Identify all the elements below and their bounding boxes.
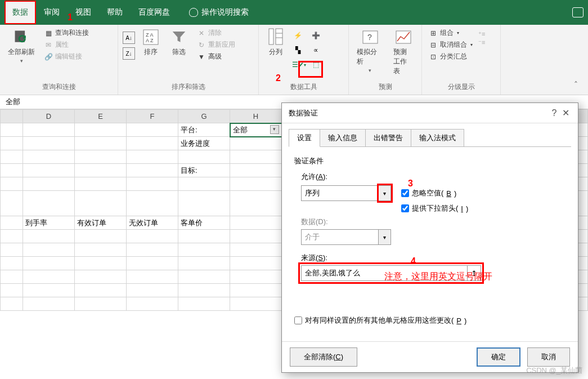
dropdown-arrow-icon[interactable]: ▾ [270, 125, 279, 134]
apply-others-input[interactable] [294, 316, 302, 324]
dialog-help-icon[interactable]: ? [549, 108, 560, 118]
text-to-columns-icon [267, 28, 285, 46]
group-icon: ⊞ [429, 29, 438, 38]
queries-connections-button[interactable]: ▦查询和连接 [42, 27, 91, 39]
ignore-blank-input[interactable] [401, 189, 409, 197]
queries-label: 查询和连接 [55, 28, 89, 38]
whatif-icon: ? [361, 28, 379, 46]
annotation-3: 3 [408, 179, 413, 189]
allow-select[interactable]: 序列 [301, 185, 379, 201]
data-dropdown-arrow: ▾ [379, 229, 391, 245]
subtotal-button[interactable]: ⊡分类汇总 [427, 51, 475, 63]
reapply-label: 重新应用 [208, 40, 235, 50]
menu-bar: 数据 审阅 视图 帮助 百度网盘 操作说明搜索 [0, 0, 588, 25]
in-cell-dropdown-checkbox[interactable]: 提供下拉箭头(I) [401, 203, 468, 213]
cell[interactable]: 客单价 [178, 216, 230, 230]
clear-all-button[interactable]: 全部清除(C) [290, 347, 357, 367]
allow-dropdown-arrow[interactable]: ▾ [379, 185, 391, 201]
refresh-all-button[interactable]: 全部刷新 ▾ [5, 27, 38, 65]
text-to-columns-button[interactable]: 分列 [263, 27, 288, 58]
advanced-filter-button[interactable]: ▼高级 [195, 51, 237, 63]
group-label-sortfilter: 排序和筛选 [123, 81, 254, 93]
cell[interactable]: 有效订单 [75, 216, 127, 230]
tab-settings[interactable]: 设置 [289, 129, 320, 147]
svg-text:?: ? [367, 33, 372, 42]
cell[interactable]: 目标: [178, 164, 230, 177]
ungroup-icon: ⊟ [429, 41, 438, 50]
ribbon: 全部刷新 ▾ ▦查询和连接 ✉属性 🔗编辑链接 查询和连接 A↓ Z↓ Z AA… [0, 25, 588, 95]
annotation-1: 1 [68, 12, 73, 23]
reapply-button[interactable]: ↻重新应用 [195, 39, 237, 51]
expand-icon[interactable]: ⁺≡ [478, 30, 485, 38]
data-label: 数据(D): [301, 217, 565, 227]
group-label-forecast: 预测 [353, 81, 417, 93]
clear-label: 清除 [208, 28, 222, 38]
cell-value: 全部 [233, 126, 248, 134]
whatif-button[interactable]: ? 模拟分析 ▾ [353, 27, 387, 74]
cell[interactable]: 业务进度 [178, 137, 230, 150]
cell[interactable]: 平台: [178, 123, 230, 137]
filter-icon [170, 28, 188, 46]
filter-label: 筛选 [172, 47, 186, 57]
sort-desc-icon[interactable]: Z↓ [123, 47, 135, 60]
consolidate-icon[interactable]: ➕ [309, 29, 322, 42]
sort-button[interactable]: Z AA Z 排序 [138, 27, 163, 58]
cell[interactable]: 到手率 [23, 216, 75, 230]
col-header[interactable]: G [178, 110, 230, 123]
refresh-icon [12, 28, 30, 46]
properties-button[interactable]: ✉属性 [42, 39, 91, 51]
menu-tab-help[interactable]: 帮助 [99, 1, 131, 24]
relationships-icon[interactable]: ∝ [309, 44, 322, 56]
collapse-ribbon-icon[interactable]: ˄ [574, 80, 578, 89]
tab-ime-mode[interactable]: 输入法模式 [411, 129, 464, 147]
share-icon[interactable] [572, 7, 583, 17]
svg-text:A Z: A Z [146, 38, 154, 43]
annotation-box-2 [298, 61, 323, 78]
allow-label: 允许(A): [301, 172, 565, 182]
col-header[interactable]: D [23, 110, 75, 123]
ignore-blank-checkbox[interactable]: 忽略空值(B) [401, 188, 456, 198]
group-button[interactable]: ⊞组合▾ [427, 27, 475, 39]
svg-rect-3 [269, 29, 273, 44]
flash-fill-icon[interactable]: ⚡ [291, 29, 304, 42]
clear-icon: ✕ [197, 29, 206, 38]
sort-asc-icon[interactable]: A↓ [123, 32, 135, 44]
reapply-icon: ↻ [197, 41, 206, 50]
subtotal-label: 分类汇总 [440, 52, 467, 61]
text-to-columns-label: 分列 [269, 47, 282, 57]
clear-filter-button[interactable]: ✕清除 [195, 27, 237, 39]
ungroup-label: 取消组合 [440, 40, 467, 50]
col-header[interactable]: E [75, 110, 127, 123]
dropdown-input[interactable] [401, 204, 409, 212]
apply-others-checkbox[interactable]: 对有同样设置的所有其他单元格应用这些更改(P) [294, 315, 466, 326]
ungroup-button[interactable]: ⊟取消组合▾ [427, 39, 475, 51]
section-label: 验证条件 [294, 156, 565, 166]
menu-tab-review[interactable]: 审阅 [36, 1, 68, 24]
group-label-outline: 分级显示 [427, 81, 496, 93]
queries-icon: ▦ [44, 29, 53, 38]
collapse-icon[interactable]: ⁻≡ [478, 39, 485, 46]
filter-button[interactable]: 筛选 [167, 27, 191, 58]
cancel-button[interactable]: 取消 [527, 347, 570, 367]
cell-selected[interactable]: 全部▾ [230, 123, 282, 137]
annotation-4: 4 [411, 256, 416, 266]
svg-rect-4 [276, 29, 282, 44]
dialog-close-icon[interactable]: ✕ [560, 108, 571, 118]
source-label: 来源(S): [301, 253, 565, 263]
refresh-all-label: 全部刷新 [8, 47, 35, 57]
cell[interactable]: 无效订单 [127, 216, 178, 230]
menu-tab-baidu[interactable]: 百度网盘 [131, 1, 178, 24]
menu-tab-data[interactable]: 数据 [5, 1, 36, 24]
whatif-label: 模拟分析 [357, 47, 383, 66]
tab-error-alert[interactable]: 出错警告 [365, 129, 411, 147]
col-header[interactable]: F [127, 110, 178, 123]
properties-icon: ✉ [44, 41, 53, 50]
edit-links-button[interactable]: 🔗编辑链接 [42, 51, 91, 63]
tell-me-search[interactable]: 操作说明搜索 [189, 7, 249, 17]
sort-icon: Z AA Z [142, 28, 160, 46]
ok-button[interactable]: 确定 [477, 347, 520, 367]
forecast-button[interactable]: 预测 工作表 [390, 27, 417, 77]
col-header[interactable]: H [230, 110, 282, 123]
tab-input-message[interactable]: 输入信息 [320, 129, 366, 147]
remove-dup-icon[interactable]: ▚ [291, 44, 304, 56]
